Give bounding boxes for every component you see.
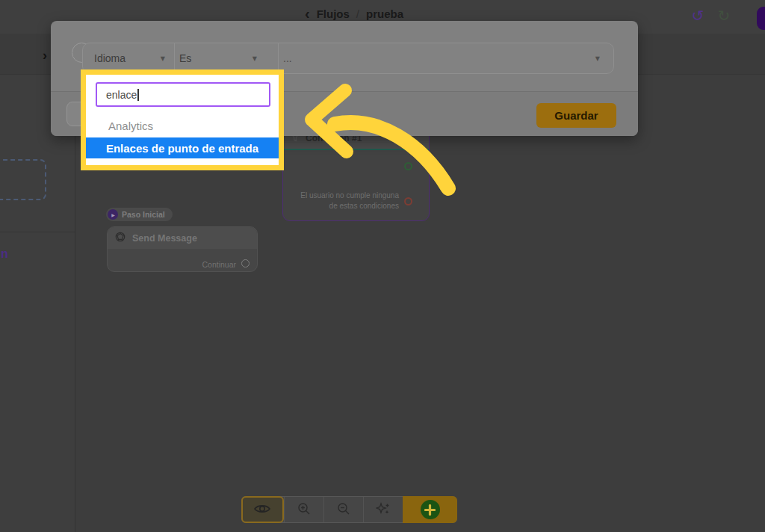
- sidebar-partial-label: n: [1, 247, 8, 261]
- expand-panel-chevron-icon[interactable]: ›: [43, 48, 47, 63]
- zoom-out-icon: [337, 502, 350, 518]
- send-message-node-title: Send Message: [132, 233, 197, 244]
- continue-output-label: Continuar: [202, 260, 236, 269]
- flow-builder-screen: ‹ Flujos / prueba ↺ ↻ › n ▶ Paso Inicial: [0, 0, 765, 532]
- chevron-down-icon: ▼: [161, 55, 165, 62]
- zoom-out-button[interactable]: [323, 497, 364, 522]
- sidebar-divider: [0, 232, 75, 232]
- text-caret: [137, 89, 139, 101]
- undo-icon[interactable]: ↺: [688, 6, 707, 25]
- condition-value-select[interactable]: ... ▼: [279, 43, 613, 73]
- condition-match-port[interactable]: [404, 162, 412, 170]
- condition-operator-value: Es: [179, 52, 191, 64]
- canvas-zoom-toolbar: [241, 496, 457, 523]
- auto-arrange-button[interactable]: [363, 497, 403, 522]
- breadcrumb-flows-link[interactable]: Flujos: [317, 7, 350, 20]
- chevron-down-icon: ▼: [253, 55, 257, 62]
- condition-fallback-text: El usuario no cumple ninguna de estas co…: [293, 191, 399, 211]
- play-icon: ▶: [108, 209, 118, 220]
- send-message-node[interactable]: Send Message Continuar: [107, 226, 258, 272]
- dropdown-option-entry-links[interactable]: Enlaces de punto de entrada: [86, 137, 279, 158]
- add-node-button[interactable]: [403, 496, 457, 523]
- breadcrumb: ‹ Flujos / prueba: [305, 7, 403, 20]
- condition-node[interactable]: Condición #1 El usuario no cumple ningun…: [282, 127, 430, 221]
- integration-gear-icon: [115, 232, 126, 245]
- start-step-label: Paso Inicial: [122, 210, 165, 219]
- highlighted-dropdown-panel: enlace Analytics Enlaces de punto de ent…: [81, 69, 284, 170]
- top-right-action-button[interactable]: [757, 7, 765, 30]
- eye-icon: [253, 503, 271, 517]
- breadcrumb-separator: /: [356, 7, 359, 20]
- zoom-in-button[interactable]: [284, 497, 323, 522]
- save-button[interactable]: Guardar: [536, 103, 616, 128]
- continue-output-port[interactable]: [241, 259, 250, 267]
- condition-field-select[interactable]: Idioma ▼: [83, 43, 175, 73]
- node-drop-placeholder: [0, 159, 46, 200]
- redo-icon[interactable]: ↻: [714, 6, 734, 25]
- breadcrumb-current-flow: prueba: [366, 7, 403, 20]
- sparkles-icon: [376, 501, 391, 519]
- preview-eye-button[interactable]: [241, 496, 284, 523]
- start-step-badge: ▶ Paso Inicial: [106, 208, 173, 221]
- left-sidebar: n: [0, 75, 75, 532]
- back-chevron-icon[interactable]: ‹: [305, 8, 310, 19]
- send-message-node-header: Send Message: [108, 227, 257, 249]
- search-input-value: enlace: [106, 89, 137, 101]
- condition-value-placeholder: ...: [283, 52, 292, 64]
- plus-icon: [421, 500, 440, 519]
- dropdown-option-analytics[interactable]: Analytics: [86, 114, 279, 137]
- condition-field-value: Idioma: [94, 52, 126, 64]
- condition-fallback-port[interactable]: [404, 197, 412, 205]
- zoom-in-icon: [297, 502, 311, 518]
- chevron-down-icon: ▼: [595, 55, 600, 62]
- dropdown-search-input[interactable]: enlace: [96, 82, 270, 107]
- condition-operator-select[interactable]: Es ▼: [175, 43, 279, 73]
